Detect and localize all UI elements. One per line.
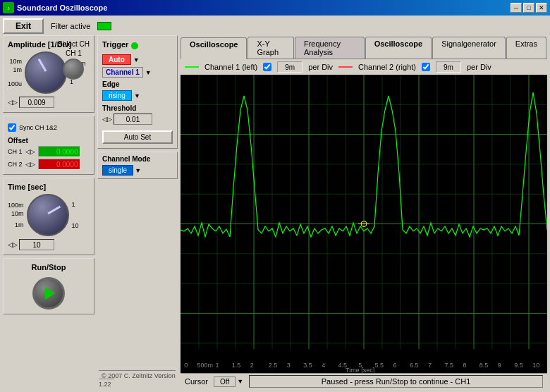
svg-text:2: 2 [250,362,254,369]
ch2-line-indicator [338,66,353,68]
cursor-value-button[interactable]: Off [214,376,236,387]
bottom-bar: Cursor Off ▼ Paused - press Run/Stop to … [181,373,547,389]
svg-text:3: 3 [287,362,291,369]
copyright-section: © 2007 C. Zeitnitz Version 1.22 [97,369,178,389]
ch1-channel-label: Channel 1 (left) [204,63,257,71]
app-icon: ♪ [3,2,14,13]
threshold-input[interactable] [114,114,152,125]
svg-text:8: 8 [463,362,466,369]
title-bar: ♪ Soundcard Oszilloscope ─ □ ✕ [0,0,550,16]
svg-text:9: 9 [498,362,501,369]
auto-set-button[interactable]: Auto Set [102,130,173,144]
svg-text:7: 7 [428,362,432,369]
minimize-button[interactable]: ─ [511,3,522,13]
tab-xy-graph[interactable]: X-Y Graph [248,37,293,59]
tab-signal-gen[interactable]: Signalgenerator [432,37,506,59]
svg-text:5.5: 5.5 [375,362,384,369]
svg-text:4: 4 [322,362,325,369]
trigger-section: Trigger Auto ▼ Channel 1 ▼ [97,35,178,149]
close-button[interactable]: ✕ [536,3,547,13]
copyright-text: © 2007 C. Zeitnitz Version 1.22 [99,370,176,389]
status-text: Paused - press Run/Stop to continue - CH… [249,375,543,388]
top-toolbar: Exit Filter active [0,16,550,35]
offset-title: Offset [8,137,28,145]
ch2-checkbox[interactable] [422,63,430,71]
app-title: Soundcard Oszilloscope [17,4,107,12]
maximize-button[interactable]: □ [523,3,534,13]
select-ch-label: Select CH [58,40,90,48]
ch-select-knob[interactable] [63,59,84,80]
trigger-dropdown-arrow[interactable]: ▼ [133,56,140,63]
threshold-title: Threshold [102,104,136,112]
time-value-input[interactable] [19,239,54,250]
tab-oscilloscope-active[interactable]: Oscilloscope [365,37,432,59]
select-ch-area: Select CH CH 1 [58,40,90,80]
filter-label: Filter active [51,22,90,30]
ch1-checkbox[interactable] [263,63,271,71]
time-title: Time [sec] [8,183,90,191]
ch1-per-div[interactable] [277,61,302,73]
trigger-led [131,42,138,49]
window-controls: ─ □ ✕ [511,3,547,13]
oscilloscope-display: 0 500m 1 1.5 2 2.5 3 3.5 4 4.5 5 5.5 6 6… [181,75,547,373]
ch2-offset-input[interactable] [38,159,80,170]
time-knob[interactable] [27,194,69,236]
svg-text:Time [sec]: Time [sec] [346,367,374,373]
svg-text:1: 1 [215,362,219,369]
trigger-edge-button[interactable]: rising [102,90,132,101]
channel-mode-section: Channel Mode single ▼ [97,152,178,179]
svg-text:8.5: 8.5 [479,362,489,369]
offset-section: Sync CH 1&2 Offset CH 1 ◁▷ CH 2 ◁▷ [3,116,94,175]
svg-text:3.5: 3.5 [303,362,312,369]
channel-mode-button[interactable]: single [102,165,133,176]
channel-row: Channel 1 (left) per Div Channel 2 (righ… [181,59,547,75]
tabs-row: Oscilloscope X-Y Graph Frequency Analysi… [181,35,547,59]
ch1-per-div-label: per Div [308,63,333,71]
edge-title: Edge [102,80,119,88]
trigger-mode-button[interactable]: Auto [102,54,131,65]
right-panel: Oscilloscope X-Y Graph Frequency Analysi… [181,35,547,389]
channel-mode-title: Channel Mode [102,155,173,163]
trigger-ch-arrow[interactable]: ▼ [145,69,152,76]
ch1-line-indicator [185,66,199,68]
filter-led [97,22,111,30]
left-panel: Amplitude [1/Div] 10m 1m 100u 1 [3,35,178,389]
ch1-offset-input[interactable] [38,146,80,157]
svg-text:500m: 500m [197,362,213,369]
amplitude-section: Amplitude [1/Div] 10m 1m 100u 1 [3,35,94,113]
ch2-per-div-label: per Div [467,63,491,71]
svg-text:2.5: 2.5 [269,362,278,369]
channel-mode-arrow[interactable]: ▼ [135,167,141,174]
svg-text:6.5: 6.5 [410,362,419,369]
play-icon [45,287,55,300]
svg-text:1.5: 1.5 [232,362,241,369]
run-stop-section: Run/Stop [3,258,94,314]
tab-extras[interactable]: Extras [506,37,546,59]
trigger-title: Trigger [102,40,128,49]
sync-checkbox[interactable] [8,123,16,132]
tab-oscilloscope[interactable]: Oscilloscope [181,37,247,59]
ch2-channel-label: Channel 2 (right) [358,63,416,71]
svg-text:7.5: 7.5 [444,362,453,369]
exit-button[interactable]: Exit [3,18,44,34]
trigger-channel-button[interactable]: Channel 1 [102,67,143,78]
time-section: Time [sec] 100m 10m 1m 1 [3,178,94,255]
ch1-label: CH 1 [66,49,82,57]
cursor-dropdown: Off ▼ [214,376,243,387]
amplitude-value-input[interactable] [19,97,54,108]
cursor-label: Cursor [185,377,208,386]
x-label-0: 0 [184,362,188,369]
cursor-arrow[interactable]: ▼ [237,378,243,385]
svg-text:6: 6 [393,362,397,369]
edge-arrow[interactable]: ▼ [134,92,140,99]
sync-label: Sync CH 1&2 [19,124,57,131]
svg-text:9.5: 9.5 [514,362,523,369]
svg-text:10: 10 [532,362,539,369]
ch2-per-div[interactable] [436,61,461,73]
run-stop-title: Run/Stop [32,263,66,271]
amplitude-labels-left: 10m 1m 100u [8,58,22,87]
run-stop-button[interactable] [32,277,65,310]
tab-freq-analysis[interactable]: Frequency Analysis [295,37,365,59]
osc-svg: 0 500m 1 1.5 2 2.5 3 3.5 4 4.5 5 5.5 6 6… [181,75,547,373]
